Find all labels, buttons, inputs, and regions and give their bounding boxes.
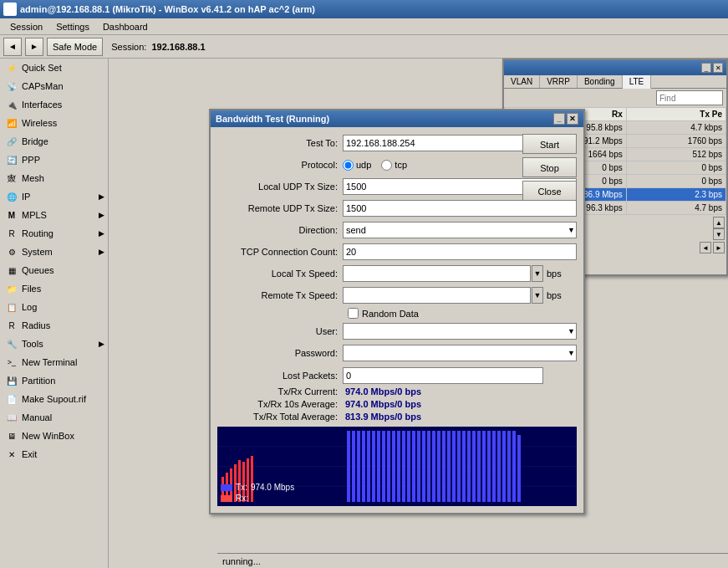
- password-select[interactable]: [343, 345, 577, 361]
- stop-button[interactable]: Stop: [522, 157, 577, 177]
- sidebar-item-capsman[interactable]: 📡 CAPsMan: [0, 77, 108, 95]
- local-tx-speed-input[interactable]: [343, 265, 531, 282]
- rx-legend: Rx:: [221, 494, 294, 503]
- txrx-10s-label: Tx/Rx 10s Average:: [217, 399, 343, 409]
- sidebar-item-routing[interactable]: R Routing ▶: [0, 224, 108, 243]
- sidebar-item-wireless[interactable]: 📶 Wireless: [0, 114, 108, 132]
- safe-mode-button[interactable]: Safe Mode: [47, 38, 103, 56]
- back-button[interactable]: ◄: [3, 38, 22, 56]
- session-label: Session:: [111, 42, 146, 52]
- txrx-current-label: Tx/Rx Current:: [217, 386, 343, 397]
- rp-scroll-down-button[interactable]: ▼: [713, 228, 725, 240]
- direction-select[interactable]: send receive both: [343, 222, 577, 238]
- sidebar-item-interfaces[interactable]: 🔌 Interfaces: [0, 95, 108, 114]
- svg-rect-42: [502, 431, 506, 502]
- user-select-wrapper: ▼: [343, 323, 577, 340]
- sidebar-item-make-supout[interactable]: 📄 Make Supout.rif: [0, 390, 108, 408]
- status-bar: running...: [217, 553, 728, 568]
- svg-rect-27: [427, 431, 430, 502]
- rp-scroll-left-button[interactable]: ◄: [700, 242, 711, 253]
- protocol-tcp-option[interactable]: tcp: [381, 160, 407, 171]
- sidebar-item-system[interactable]: ⚙ System ▶: [0, 243, 108, 261]
- sidebar-item-ppp[interactable]: 🔄 PPP: [0, 151, 108, 169]
- protocol-tcp-radio[interactable]: [381, 160, 392, 171]
- svg-rect-45: [517, 435, 521, 502]
- remote-tx-speed-row: Remote Tx Speed: ▼ bps: [217, 286, 577, 304]
- close-button[interactable]: Close: [522, 181, 577, 201]
- tab-lte[interactable]: LTE: [623, 75, 652, 89]
- sidebar-item-exit[interactable]: ✕ Exit: [0, 445, 108, 463]
- svg-rect-33: [457, 431, 461, 502]
- sidebar-item-mpls[interactable]: M MPLS ▶: [0, 206, 108, 224]
- svg-rect-43: [507, 431, 511, 502]
- sidebar-label-tools: Tools: [22, 339, 43, 349]
- sidebar-item-ip[interactable]: 🌐 IP ▶: [0, 187, 108, 206]
- tab-vrrp[interactable]: VRRP: [540, 75, 578, 88]
- right-panel-titlebar: _ ✕: [504, 60, 726, 75]
- tab-bonding[interactable]: Bonding: [578, 75, 623, 88]
- forward-button[interactable]: ►: [25, 38, 43, 56]
- svg-rect-18: [382, 431, 385, 502]
- random-data-label: Random Data: [362, 309, 419, 319]
- lost-packets-input[interactable]: [343, 367, 543, 384]
- queues-icon: ▦: [5, 264, 18, 277]
- remote-tx-speed-input[interactable]: [343, 287, 531, 304]
- dialog-title: Bandwidth Test (Running) _ ✕: [211, 110, 583, 127]
- sidebar-item-queues[interactable]: ▦ Queues: [0, 261, 108, 279]
- dialog-close-button[interactable]: ✕: [567, 113, 578, 125]
- menu-dashboard[interactable]: Dashboard: [96, 20, 155, 33]
- sidebar-item-new-winbox[interactable]: 🖥 New WinBox: [0, 427, 108, 445]
- rp-scroll-up-button[interactable]: ▲: [713, 217, 725, 228]
- cell-tx: 1760 bps: [626, 135, 725, 148]
- remote-udp-tx-input[interactable]: [343, 200, 577, 217]
- sidebar-item-radius[interactable]: R Radius: [0, 316, 108, 335]
- app-icon: [3, 3, 17, 16]
- sidebar-item-log[interactable]: 📋 Log: [0, 298, 108, 316]
- user-select[interactable]: [343, 323, 577, 340]
- system-icon: ⚙: [5, 245, 18, 258]
- txrx-10s-value: 974.0 Mbps/0 bps: [343, 399, 543, 409]
- remote-tx-speed-input-group: ▼: [343, 287, 543, 304]
- svg-rect-14: [362, 431, 365, 502]
- svg-rect-17: [377, 431, 380, 502]
- rx-color-swatch: [221, 495, 232, 502]
- remote-tx-speed-label: Remote Tx Speed:: [217, 290, 343, 300]
- start-button[interactable]: Start: [522, 134, 577, 154]
- tcp-conn-input[interactable]: [343, 243, 577, 260]
- rp-search-input[interactable]: [656, 90, 723, 105]
- tab-vlan[interactable]: VLAN: [504, 75, 540, 88]
- terminal-icon: >_: [5, 356, 18, 369]
- svg-rect-21: [397, 431, 400, 502]
- user-row: User: ▼: [217, 322, 577, 340]
- sidebar-item-tools[interactable]: 🔧 Tools ▶: [0, 335, 108, 353]
- sidebar-item-partition[interactable]: 💾 Partition: [0, 371, 108, 390]
- dialog-minimize-button[interactable]: _: [553, 113, 565, 125]
- mesh-icon: 🕸: [5, 171, 18, 185]
- txrx-10s-row: Tx/Rx 10s Average: 974.0 Mbps/0 bps: [217, 399, 577, 409]
- rp-scroll-right-button[interactable]: ►: [713, 242, 725, 253]
- tx-legend: Tx: 974.0 Mbps: [221, 483, 294, 492]
- sidebar-label-partition: Partition: [22, 376, 55, 386]
- random-data-checkbox[interactable]: [348, 308, 359, 319]
- menu-settings[interactable]: Settings: [49, 20, 96, 33]
- local-tx-speed-dropdown[interactable]: ▼: [532, 265, 543, 282]
- sidebar-item-bridge[interactable]: 🔗 Bridge: [0, 132, 108, 151]
- menu-session[interactable]: Session: [3, 20, 49, 33]
- sidebar-item-quick-set[interactable]: ⚡ Quick Set: [0, 59, 108, 77]
- protocol-radio-group: udp tcp: [343, 160, 407, 171]
- local-tx-speed-unit: bps: [547, 269, 562, 279]
- bandwidth-chart: Tx: 974.0 Mbps Rx:: [217, 427, 577, 506]
- svg-rect-26: [422, 431, 425, 502]
- sidebar-item-new-terminal[interactable]: >_ New Terminal: [0, 353, 108, 371]
- sidebar-item-manual[interactable]: 📖 Manual: [0, 408, 108, 427]
- sidebar-label-ip: IP: [22, 192, 30, 202]
- protocol-udp-option[interactable]: udp: [343, 160, 371, 171]
- protocol-udp-radio[interactable]: [343, 160, 354, 171]
- sidebar-item-mesh[interactable]: 🕸 Mesh: [0, 169, 108, 187]
- remote-tx-speed-dropdown[interactable]: ▼: [532, 287, 543, 304]
- rp-close-button[interactable]: ✕: [713, 63, 723, 73]
- svg-rect-13: [357, 431, 360, 502]
- rp-minimize-button[interactable]: _: [701, 63, 711, 73]
- sidebar-label-ppp: PPP: [22, 155, 40, 165]
- sidebar-item-files[interactable]: 📁 Files: [0, 279, 108, 298]
